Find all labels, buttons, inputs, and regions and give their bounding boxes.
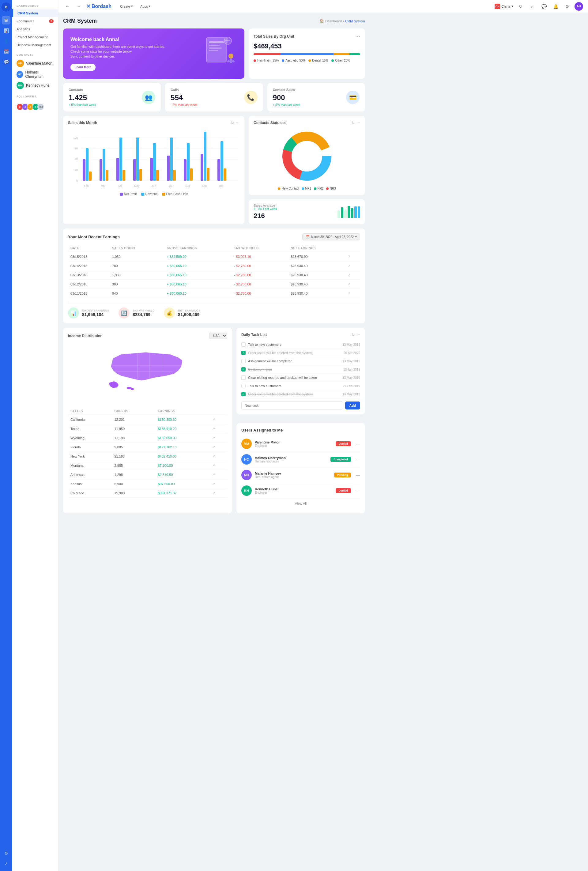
summary-tax-label: TAX WITHHELD xyxy=(133,309,155,312)
contact-valentine[interactable]: VM Valentine Maton xyxy=(12,58,58,69)
create-chevron-icon: ▾ xyxy=(131,4,133,8)
menu-tasks-icon[interactable]: ⋯ xyxy=(356,332,360,337)
task-checkbox[interactable] xyxy=(241,359,245,363)
menu-chart-icon[interactable]: ⋯ xyxy=(236,121,239,125)
refresh-chart-icon[interactable]: ↻ xyxy=(231,121,234,125)
hawaii-2 xyxy=(131,388,134,390)
task-checkbox[interactable]: ✓ xyxy=(241,392,245,396)
cell-state-action[interactable]: ↗ xyxy=(210,452,227,461)
task-checkbox[interactable]: ✓ xyxy=(241,351,245,355)
new-task-input[interactable] xyxy=(241,401,343,410)
contact-name-holmes: Holmes Cherryman xyxy=(25,70,54,79)
user-menu-icon[interactable]: — xyxy=(356,488,360,493)
summary-net-label: NET EARNINGS xyxy=(178,309,200,312)
mini-bar-chart xyxy=(338,206,360,218)
task-checkbox[interactable]: ✓ xyxy=(241,367,245,371)
svg-rect-40 xyxy=(184,159,187,181)
cell-action[interactable]: ↗ xyxy=(346,280,360,289)
cell-state-action[interactable]: ↗ xyxy=(210,424,227,433)
task-checkbox[interactable] xyxy=(241,384,245,388)
cell-state-action[interactable]: ↗ xyxy=(210,470,227,479)
task-checkbox[interactable] xyxy=(241,376,245,380)
refresh-statuses-icon[interactable]: ↻ xyxy=(352,121,355,125)
cell-state-action[interactable]: ↗ xyxy=(210,433,227,443)
country-filter[interactable]: USA xyxy=(209,332,227,339)
country-selector[interactable]: CN China ▾ xyxy=(495,4,513,9)
menu-statuses-icon[interactable]: ⋯ xyxy=(356,121,360,125)
user-menu-icon[interactable]: — xyxy=(356,473,360,477)
cell-state: Arkansas xyxy=(68,470,112,479)
cell-action[interactable]: ↗ xyxy=(346,271,360,280)
learn-more-button[interactable]: Learn More xyxy=(70,64,96,71)
sidebar-item-crm[interactable]: CRM System xyxy=(12,9,58,17)
contact-kenneth[interactable]: KH Kenneth Hune xyxy=(12,80,58,91)
breadcrumb-dashboard-link[interactable]: Dashboard xyxy=(325,19,342,23)
search-button[interactable]: ⌕ xyxy=(528,2,537,11)
back-button[interactable]: ← xyxy=(63,2,72,11)
contacts-statuses-title: Contacts Statuses xyxy=(254,121,286,125)
task-date: 13 May 2019 xyxy=(343,393,360,396)
user-assigned-name: Holmes Cherryman xyxy=(255,456,328,460)
cell-state-action[interactable]: ↗ xyxy=(210,488,227,498)
task-checkbox[interactable] xyxy=(241,343,245,347)
total-sales-header: Total Sales By Org Unit ⋯ xyxy=(254,33,360,39)
legend-label-other: Other xyxy=(335,59,343,62)
total-sales-menu-icon[interactable]: ⋯ xyxy=(355,33,360,39)
summary-gross-icon: 📊 xyxy=(68,307,79,319)
nav-icon-dashboard[interactable]: ⊞ xyxy=(2,16,10,24)
user-menu-icon[interactable]: — xyxy=(356,441,360,446)
create-button[interactable]: Create ▾ xyxy=(117,3,136,9)
svg-rect-48 xyxy=(224,168,226,181)
sidebar-item-ecommerce[interactable]: Ecommerce 2 xyxy=(12,17,58,25)
cell-state-action[interactable]: ↗ xyxy=(210,461,227,470)
add-task-button[interactable]: Add xyxy=(345,401,360,410)
refresh-tasks-icon[interactable]: ↻ xyxy=(352,332,355,337)
dashboards-label: DASHBOARDS xyxy=(12,0,58,9)
svg-text:20: 20 xyxy=(75,168,78,172)
chat-button[interactable]: 💬 xyxy=(540,2,548,11)
cell-action[interactable]: ↗ xyxy=(346,289,360,298)
task-item: ✓ Older users will be deleted from the s… xyxy=(241,349,360,357)
cell-state: New York xyxy=(68,452,112,461)
contact-avatar-valentine: VM xyxy=(16,60,24,67)
nav-icon-logout[interactable]: ↗ xyxy=(2,859,10,868)
task-date: 10 Jan 2016 xyxy=(343,368,360,371)
svg-point-8 xyxy=(229,54,233,58)
app-logo[interactable]: B xyxy=(1,3,11,12)
user-assigned-info: Valentine Maton Engineer xyxy=(255,440,332,447)
cell-state-action[interactable]: ↗ xyxy=(210,443,227,452)
sidebar-item-project[interactable]: Project Management xyxy=(12,33,58,41)
cell-action[interactable]: ↗ xyxy=(346,252,360,261)
cell-tax: - $2,780.00 xyxy=(232,280,288,289)
forward-button[interactable]: → xyxy=(75,2,83,11)
nav-icon-calendar[interactable]: 📅 xyxy=(2,47,10,56)
svg-rect-37 xyxy=(167,156,170,181)
cell-state-action[interactable]: ↗ xyxy=(210,479,227,488)
user-avatar[interactable]: AH xyxy=(575,2,583,11)
map-container xyxy=(68,342,227,403)
notification-button[interactable]: 🔔 xyxy=(551,2,560,11)
sidebar-item-analytics[interactable]: Analytics xyxy=(12,25,58,33)
segment-aesthetic xyxy=(280,53,334,55)
user-menu-icon[interactable]: — xyxy=(356,457,360,462)
settings-icon[interactable]: ⚙ xyxy=(563,2,572,11)
date-range-button[interactable]: 📅 March 30, 2022 - April 28, 2022 ▾ xyxy=(302,233,360,240)
nav-icon-settings[interactable]: ⚙ xyxy=(2,849,10,858)
sidebar-item-helpdesk[interactable]: Helpdesk Management xyxy=(12,41,58,49)
contact-holmes[interactable]: HC Holmes Cherryman xyxy=(12,69,58,80)
follower-more[interactable]: +30 xyxy=(37,103,44,110)
nav-icon-analytics[interactable]: 📊 xyxy=(2,26,10,35)
breadcrumb: 🏠 Dashboard / CRM System xyxy=(320,19,365,23)
cell-date: 03/12/2018 xyxy=(68,280,110,289)
cell-state-action[interactable]: ↗ xyxy=(210,415,227,424)
task-label: Talk to new customers xyxy=(248,343,340,346)
col-gross: GROSS EARNINGS xyxy=(164,245,232,252)
apps-button[interactable]: Apps ▾ xyxy=(137,3,154,9)
cell-action[interactable]: ↗ xyxy=(346,261,360,271)
legend-dot-other xyxy=(331,60,334,62)
user-assigned-info: Holmes Cherryman Human resources xyxy=(255,456,328,463)
nav-icon-contacts[interactable]: 👤 xyxy=(2,37,10,45)
refresh-button[interactable]: ↻ xyxy=(516,2,525,11)
view-all-button[interactable]: View All xyxy=(241,498,360,508)
nav-icon-chat[interactable]: 💬 xyxy=(2,58,10,66)
